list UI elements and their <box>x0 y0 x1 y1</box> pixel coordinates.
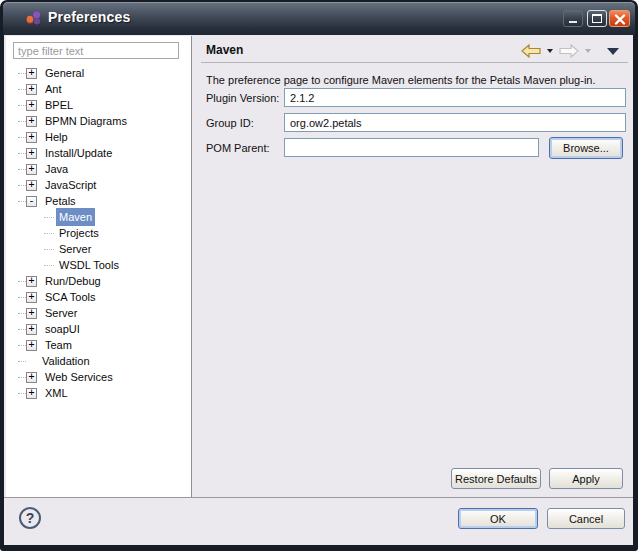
page-navigation <box>521 44 619 58</box>
tree-item-petals[interactable]: -Petals <box>6 193 191 209</box>
expand-icon[interactable]: + <box>26 180 37 191</box>
back-arrow-icon[interactable] <box>521 44 541 58</box>
expand-icon[interactable]: + <box>26 148 37 159</box>
group-id-row: Group ID: <box>193 113 633 135</box>
tree-item-team[interactable]: +Team <box>6 337 191 353</box>
pom-parent-row: POM Parent: Browse... <box>193 138 633 160</box>
forward-history-caret[interactable] <box>585 49 591 53</box>
dialog-footer: ? OK Cancel <box>4 498 633 545</box>
cancel-button[interactable]: Cancel <box>547 508 625 529</box>
expand-icon[interactable]: + <box>26 100 37 111</box>
expand-icon[interactable]: + <box>26 308 37 319</box>
tree-item-ant[interactable]: +Ant <box>6 81 191 97</box>
tree-item-projects[interactable]: Projects <box>6 225 191 241</box>
plugin-version-label: Plugin Version: <box>206 92 279 104</box>
expand-icon[interactable]: + <box>26 276 37 287</box>
expand-icon[interactable]: + <box>26 68 37 79</box>
header-separator <box>201 62 628 63</box>
category-panel: +General+Ant+BPEL+BPMN Diagrams+Help+Ins… <box>6 36 192 497</box>
group-id-label: Group ID: <box>206 117 254 129</box>
minimize-button[interactable] <box>563 10 583 27</box>
close-icon <box>614 14 626 25</box>
tree-item-validation[interactable]: Validation <box>6 353 191 369</box>
expand-icon[interactable]: + <box>26 372 37 383</box>
tree-item-run-debug[interactable]: +Run/Debug <box>6 273 191 289</box>
collapse-icon[interactable]: - <box>26 196 37 207</box>
tree-item-javascript[interactable]: +JavaScript <box>6 177 191 193</box>
expand-icon[interactable]: + <box>26 324 37 335</box>
category-tree: +General+Ant+BPEL+BPMN Diagrams+Help+Ins… <box>6 65 191 497</box>
expand-icon[interactable]: + <box>26 388 37 399</box>
tree-label[interactable]: XML <box>42 384 71 402</box>
expand-icon[interactable]: + <box>26 340 37 351</box>
preferences-dialog: Preferences +General+Ant+BPEL+BPMN Diagr… <box>0 0 638 551</box>
back-history-caret[interactable] <box>547 49 553 53</box>
tree-item-wsdl-tools[interactable]: WSDL Tools <box>6 257 191 273</box>
preference-page: Maven The preference page to configure M… <box>193 35 633 497</box>
restore-defaults-button[interactable]: Restore Defaults <box>451 468 541 489</box>
tree-item-maven[interactable]: Maven <box>6 209 191 225</box>
forward-arrow-icon[interactable] <box>559 44 579 58</box>
dialog-body: +General+Ant+BPEL+BPMN Diagrams+Help+Ins… <box>4 35 633 497</box>
filter-input[interactable] <box>13 42 179 59</box>
expand-icon[interactable]: + <box>26 84 37 95</box>
pom-parent-input[interactable] <box>284 138 539 157</box>
tree-item-xml[interactable]: +XML <box>6 385 191 401</box>
tree-item-java[interactable]: +Java <box>6 161 191 177</box>
apply-button[interactable]: Apply <box>549 468 623 489</box>
tree-item-bpel[interactable]: +BPEL <box>6 97 191 113</box>
expand-icon[interactable]: + <box>26 116 37 127</box>
tree-item-server[interactable]: +Server <box>6 305 191 321</box>
tree-item-sca-tools[interactable]: +SCA Tools <box>6 289 191 305</box>
close-button[interactable] <box>609 10 630 27</box>
expand-icon[interactable]: + <box>26 164 37 175</box>
ok-button[interactable]: OK <box>458 508 538 529</box>
tree-item-soapui[interactable]: +soapUI <box>6 321 191 337</box>
view-menu-icon[interactable] <box>607 48 619 55</box>
tree-item-general[interactable]: +General <box>6 65 191 81</box>
window-title: Preferences <box>48 9 130 25</box>
title-bar[interactable]: Preferences <box>3 2 635 35</box>
preferences-app-icon <box>25 10 43 28</box>
pom-parent-label: POM Parent: <box>206 142 270 154</box>
browse-button[interactable]: Browse... <box>549 137 623 159</box>
page-title: Maven <box>206 43 243 57</box>
tree-item-web-services[interactable]: +Web Services <box>6 369 191 385</box>
tree-item-bpmn-diagrams[interactable]: +BPMN Diagrams <box>6 113 191 129</box>
plugin-version-input[interactable] <box>284 88 626 107</box>
maximize-button[interactable] <box>587 10 607 27</box>
plugin-version-row: Plugin Version: <box>193 88 633 110</box>
page-description: The preference page to configure Maven e… <box>206 74 596 86</box>
group-id-input[interactable] <box>284 113 626 132</box>
tree-item-server[interactable]: Server <box>6 241 191 257</box>
tree-item-help[interactable]: +Help <box>6 129 191 145</box>
help-icon[interactable]: ? <box>19 507 41 529</box>
expand-icon[interactable]: + <box>26 292 37 303</box>
tree-item-install-update[interactable]: +Install/Update <box>6 145 191 161</box>
expand-icon[interactable]: + <box>26 132 37 143</box>
